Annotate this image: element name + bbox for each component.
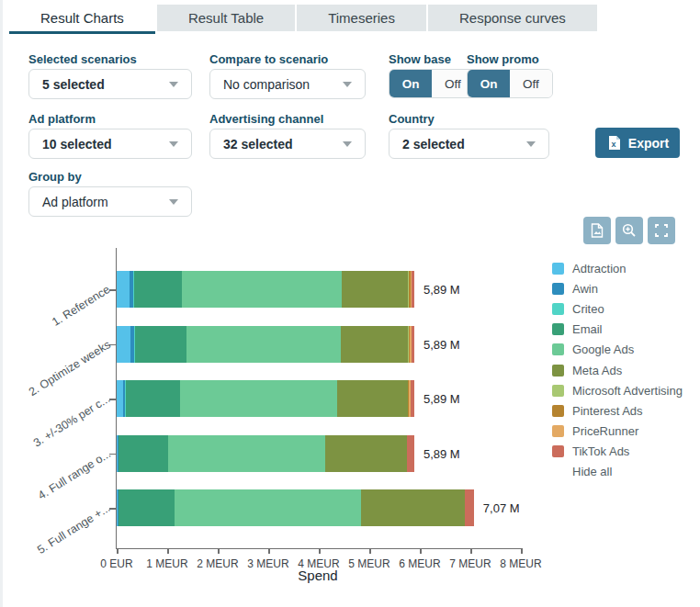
bar-total-label: 5,89 M (423, 446, 460, 460)
country-dropdown[interactable]: 2 selected (389, 129, 549, 159)
bar-segment-tiktok-ads[interactable] (465, 489, 473, 526)
bar-segment-adtraction[interactable] (117, 326, 130, 363)
bar-total-label: 7,07 M (483, 501, 520, 515)
export-button-label: Export (628, 136, 669, 151)
bar-segment-adtraction[interactable] (117, 380, 123, 417)
compare-to-scenario-label: Compare to scenario (209, 52, 328, 66)
x-axis-tick (470, 548, 472, 554)
legend-label: Google Ads (572, 343, 634, 356)
tab-result-charts[interactable]: Result Charts (9, 5, 155, 34)
show-base-label: Show base (389, 52, 451, 66)
tab-result-table[interactable]: Result Table (157, 5, 295, 31)
legend-label: Microsoft Advertising (572, 384, 683, 398)
show-promo-off-button[interactable]: Off (510, 70, 552, 97)
tab-bar: Result ChartsResult TableTimeseriesRespo… (9, 5, 599, 34)
legend-item-pinterest-ads[interactable]: Pinterest Ads (552, 400, 683, 421)
ad-platform-value: 10 selected (42, 137, 162, 152)
tab-timeseries[interactable]: Timeseries (297, 5, 426, 31)
country-value: 2 selected (402, 137, 519, 152)
compare-to-scenario-dropdown[interactable]: No comparison (209, 69, 366, 99)
zoom-in-icon (621, 222, 638, 239)
legend-item-meta-ads[interactable]: Meta Ads (552, 360, 683, 380)
zoom-in-button[interactable] (615, 217, 643, 244)
x-axis-tick (521, 548, 523, 554)
chevron-down-icon (169, 141, 178, 147)
ad-platform-label: Ad platform (28, 112, 96, 126)
show-base-on-button[interactable]: On (390, 70, 432, 97)
x-axis-tick (167, 548, 169, 554)
show-promo-toggle: On Off (467, 69, 553, 98)
show-promo-on-button[interactable]: On (468, 70, 510, 97)
y-axis-category-label: 3. +/-30% per c... (31, 392, 112, 450)
bar-segment-google-ads[interactable] (182, 271, 341, 308)
tab-response-curves[interactable]: Response curves (428, 5, 597, 31)
bar-segment-google-ads[interactable] (168, 435, 325, 472)
x-axis-tick (420, 548, 422, 554)
bar-segment-meta-ads[interactable] (341, 326, 408, 363)
legend-swatch (552, 323, 564, 335)
bar-segment-meta-ads[interactable] (325, 435, 407, 472)
fullscreen-button[interactable] (648, 217, 675, 244)
bar-segment-email[interactable] (126, 380, 180, 417)
excel-file-icon: x (606, 135, 622, 151)
selected-scenarios-value: 5 selected (42, 77, 162, 92)
bar-segment-tiktok-ads[interactable] (412, 326, 414, 363)
bar-row (117, 489, 474, 526)
legend-swatch (552, 303, 564, 315)
bar-segment-email[interactable] (134, 271, 182, 308)
chevron-down-icon (343, 82, 352, 87)
bar-segment-adtraction[interactable] (117, 271, 130, 308)
show-base-toggle: On Off (389, 69, 475, 98)
legend-item-google-ads[interactable]: Google Ads (552, 340, 683, 360)
bar-segment-email[interactable] (119, 435, 168, 472)
legend-label: Awin (572, 282, 598, 296)
legend-item-adtraction[interactable]: Adtraction (552, 258, 683, 278)
country-label: Country (389, 112, 435, 126)
group-by-label: Group by (28, 170, 82, 184)
bar-segment-meta-ads[interactable] (337, 380, 408, 417)
bar-segment-google-ads[interactable] (186, 326, 341, 363)
y-axis-category-label: 5. Full range +... (35, 501, 112, 556)
save-image-icon (589, 222, 605, 239)
bar-segment-meta-ads[interactable] (361, 489, 465, 526)
group-by-dropdown[interactable]: Ad platform (28, 186, 192, 217)
bar-row (117, 326, 414, 363)
legend-item-tiktok-ads[interactable]: TikTok Ads (552, 442, 683, 462)
legend-swatch (552, 343, 564, 355)
advertising-channel-dropdown[interactable]: 32 selected (209, 129, 366, 159)
group-by-value: Ad platform (42, 195, 162, 209)
legend-item-email[interactable]: Email (552, 320, 683, 340)
x-axis-tick (369, 548, 371, 554)
legend-label: Email (572, 322, 603, 336)
x-axis-tick (268, 548, 270, 554)
legend-hide-all-label: Hide all (572, 465, 612, 478)
legend-item-pricerunner[interactable]: PriceRunner (552, 422, 683, 442)
advertising-channel-value: 32 selected (223, 137, 335, 152)
export-button[interactable]: x Export (595, 128, 680, 158)
bar-segment-tiktok-ads[interactable] (411, 380, 414, 417)
bar-segment-google-ads[interactable] (175, 489, 362, 526)
save-image-button[interactable] (583, 217, 611, 244)
bar-total-label: 5,89 M (423, 337, 460, 351)
bar-segment-tiktok-ads[interactable] (407, 435, 414, 472)
ad-platform-dropdown[interactable]: 10 selected (28, 129, 192, 159)
selected-scenarios-label: Selected scenarios (28, 52, 137, 66)
bar-segment-email[interactable] (135, 326, 186, 363)
bar-segment-google-ads[interactable] (180, 380, 337, 417)
bar-segment-tiktok-ads[interactable] (412, 271, 414, 308)
legend-swatch (552, 263, 564, 275)
stacked-bar-chart: 5,89 M1. Reference5,89 M2. Optimize week… (116, 248, 521, 549)
bar-row (117, 380, 414, 417)
legend-item-criteo[interactable]: Criteo (552, 298, 683, 319)
x-axis-title: Spend (116, 568, 520, 583)
bar-segment-email[interactable] (119, 489, 175, 526)
legend-hide-all[interactable]: Hide all (552, 462, 683, 482)
legend-item-awin[interactable]: Awin (552, 278, 683, 298)
legend-label: Criteo (572, 302, 604, 316)
legend-item-microsoft-advertising[interactable]: Microsoft Advertising (552, 380, 683, 400)
selected-scenarios-dropdown[interactable]: 5 selected (28, 69, 192, 99)
legend-swatch (552, 365, 564, 377)
legend-label: TikTok Ads (572, 444, 629, 458)
legend-label: Meta Ads (572, 364, 622, 377)
bar-segment-meta-ads[interactable] (342, 271, 409, 308)
